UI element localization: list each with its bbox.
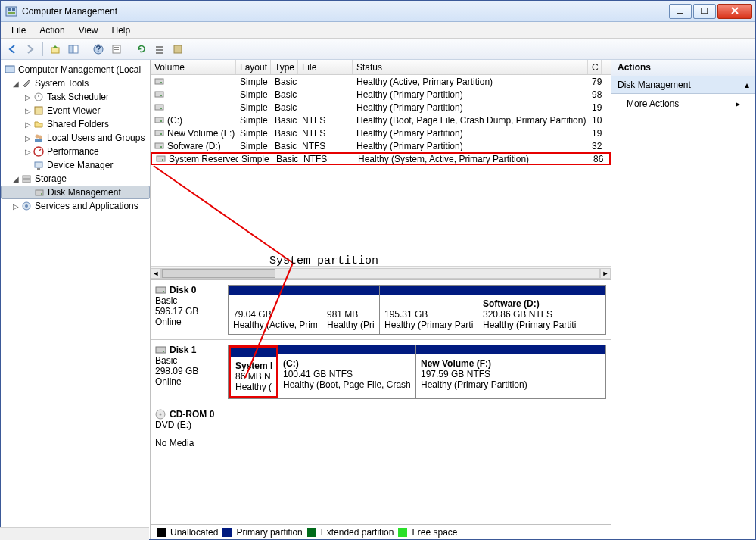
swatch-extended [307, 528, 316, 537]
expand-icon[interactable]: ▷ [23, 93, 33, 101]
expand-icon[interactable]: ▷ [23, 120, 33, 129]
tree-event-viewer[interactable]: ▷Event Viewer [1, 104, 150, 117]
help-button[interactable]: ? [90, 41, 107, 58]
expand-icon[interactable]: ▷ [11, 202, 20, 211]
collapse-icon[interactable]: ◢ [11, 175, 20, 183]
tree-performance[interactable]: ▷Performance [1, 145, 150, 158]
volume-row[interactable]: SimpleBasicHealthy (Primary Partition)98 [151, 88, 611, 101]
volume-type: Basic [272, 154, 300, 164]
disk-state: Online [155, 317, 225, 327]
svg-point-40 [160, 120, 162, 122]
expand-icon[interactable]: ▷ [23, 134, 33, 142]
legend-unallocated: Unallocated [170, 527, 218, 538]
volume-list-hscroll[interactable]: ◄ ► [151, 266, 611, 279]
list-view-button[interactable] [151, 41, 168, 58]
partition[interactable]: 195.31 GBHealthy (Primary Partiti [380, 286, 478, 334]
settings-button[interactable] [170, 41, 186, 58]
partition[interactable]: New Volume (F:)197.59 GB NTFSHealthy (Pr… [416, 345, 605, 398]
back-button[interactable] [4, 41, 20, 58]
collapse-icon[interactable]: ◢ [11, 80, 20, 88]
svg-point-50 [163, 351, 164, 352]
event-icon [33, 105, 45, 117]
svg-point-34 [160, 82, 162, 83]
tree-disk-management[interactable]: Disk Management [1, 186, 150, 199]
volume-row[interactable]: (C:)SimpleBasicNTFSHealthy (Boot, Page F… [151, 114, 611, 126]
tree-services[interactable]: ▷Services and Applications [1, 199, 150, 213]
partition-system-reserved[interactable]: System R86 MB NTIHealthy (S [229, 345, 278, 398]
menu-help[interactable]: Help [106, 23, 137, 37]
tree-storage[interactable]: ◢Storage [1, 172, 150, 186]
volume-type: Basic [271, 141, 298, 151]
show-hide-tree-button[interactable] [65, 41, 82, 58]
clock-icon [33, 91, 45, 103]
menu-action[interactable]: Action [33, 23, 70, 37]
tree-task-scheduler[interactable]: ▷Task Scheduler [1, 90, 150, 104]
maximize-button[interactable] [693, 4, 716, 19]
tree-shared-folders[interactable]: ▷Shared Folders [1, 117, 150, 131]
partition[interactable]: Software (D:)320.86 GB NTFSHealthy (Prim… [478, 286, 605, 334]
volume-row[interactable]: Software (D:)SimpleBasicNTFSHealthy (Pri… [151, 139, 611, 152]
close-button[interactable] [717, 4, 752, 19]
window-title: Computer Management [22, 6, 667, 17]
menu-view[interactable]: View [73, 23, 104, 37]
disk-name: Disk 1 [170, 345, 196, 355]
volume-status: Healthy (Primary Partition) [353, 89, 588, 100]
more-actions-link[interactable]: More Actions ▸ [611, 94, 755, 114]
volume-row[interactable]: SimpleBasicHealthy (Active, Primary Part… [151, 75, 611, 88]
disk-block-0[interactable]: Disk 0 Basic 596.17 GB Online 79.04 GBHe… [151, 280, 611, 340]
tree-system-tools[interactable]: ◢System Tools [1, 76, 150, 90]
volume-name: System Reserved [169, 154, 238, 164]
scroll-thumb[interactable] [162, 269, 275, 278]
volume-row[interactable]: New Volume (F:)SimpleBasicNTFSHealthy (P… [151, 126, 611, 139]
svg-rect-14 [156, 46, 163, 48]
disk-block-1[interactable]: Disk 1 Basic 298.09 GB Online System R86… [151, 340, 611, 404]
disk-state: No Media [155, 438, 225, 448]
svg-rect-47 [156, 287, 166, 293]
legend: Unallocated Primary partition Extended p… [151, 524, 611, 539]
scroll-right-icon[interactable]: ► [600, 268, 611, 279]
actions-section[interactable]: Disk Management ▴ [611, 76, 755, 94]
svg-point-30 [41, 193, 42, 195]
volume-layout: Simple [238, 154, 272, 164]
forward-button[interactable] [22, 41, 39, 58]
col-volume[interactable]: Volume [151, 60, 236, 74]
col-status[interactable]: Status [353, 60, 588, 74]
label: Disk Management [48, 187, 121, 198]
expand-icon[interactable]: ▷ [23, 107, 33, 115]
collapse-icon[interactable]: ▴ [745, 80, 749, 90]
minimize-button[interactable] [669, 4, 692, 19]
svg-rect-5 [701, 8, 708, 14]
swatch-unallocated [157, 528, 166, 537]
label: Device Manager [47, 160, 113, 170]
titlebar[interactable]: Computer Management [1, 1, 755, 22]
col-type[interactable]: Type [271, 60, 298, 74]
col-layout[interactable]: Layout [236, 60, 271, 74]
disk-block-cdrom[interactable]: CD-ROM 0 DVD (E:) No Media [151, 404, 611, 453]
refresh-button[interactable] [133, 41, 150, 58]
partition[interactable]: (C:)100.41 GB NTFSHealthy (Boot, Page Fi… [278, 345, 416, 398]
volume-layout: Simple [236, 115, 271, 126]
svg-rect-37 [155, 105, 163, 110]
part-name: System R [235, 361, 272, 371]
disk-type: DVD (E:) [155, 420, 225, 430]
volume-status: Healthy (Boot, Page File, Crash Dump, Pr… [353, 115, 588, 126]
partition[interactable]: 981 MBHealthy (Pri [322, 286, 380, 334]
svg-rect-25 [35, 162, 42, 167]
volume-row[interactable]: System ReservedSimpleBasicNTFSHealthy (S… [151, 152, 611, 165]
col-c[interactable]: C [588, 60, 602, 74]
cdrom-icon [155, 409, 167, 420]
partition[interactable]: 79.04 GBHealthy (Active, Prim [229, 286, 322, 334]
svg-text:?: ? [95, 44, 101, 55]
tree-root[interactable]: Computer Management (Local [1, 63, 150, 76]
tree-device-manager[interactable]: Device Manager [1, 158, 150, 172]
expand-icon[interactable]: ▷ [23, 148, 33, 156]
up-button[interactable] [47, 41, 64, 58]
col-filesystem[interactable]: File System [298, 60, 353, 74]
menu-file[interactable]: File [5, 23, 32, 37]
tree-scrollbar[interactable] [1, 527, 149, 539]
volume-row[interactable]: SimpleBasicHealthy (Primary Partition)19 [151, 101, 611, 114]
svg-rect-26 [37, 168, 40, 170]
tree-local-users[interactable]: ▷Local Users and Groups [1, 131, 150, 145]
properties-button[interactable] [108, 41, 125, 58]
scroll-left-icon[interactable]: ◄ [151, 268, 161, 279]
